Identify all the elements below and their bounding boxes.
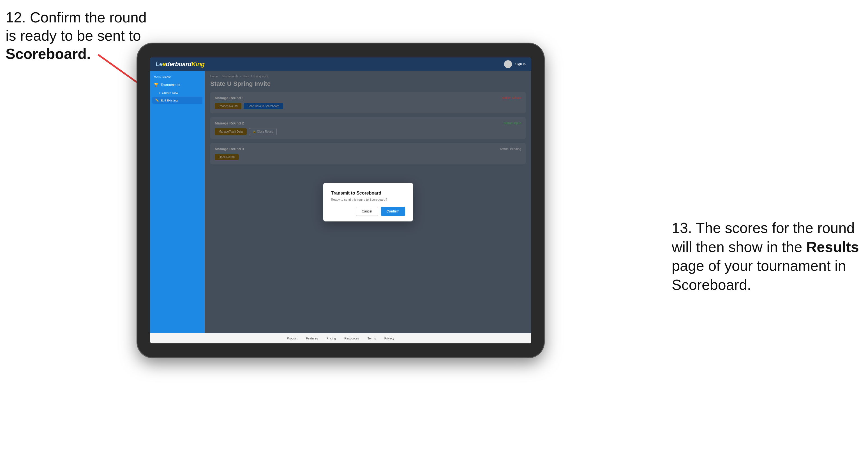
sidebar-item-edit-existing[interactable]: ✏️ Edit Existing — [152, 97, 203, 104]
instruction-line3-bold: Scoreboard. — [6, 46, 91, 62]
instruction-bottom-text: 13. The scores for the round will then s… — [672, 220, 859, 293]
navbar: LeaderboardKing Sign In — [150, 58, 531, 71]
sidebar-tournaments-label: Tournaments — [161, 83, 180, 87]
tablet-screen: LeaderboardKing Sign In MAIN MENU 🏆 Tour… — [150, 58, 531, 343]
footer-features-link[interactable]: Features — [306, 337, 318, 340]
sidebar-edit-existing-label: Edit Existing — [161, 99, 178, 102]
avatar — [504, 60, 512, 68]
footer-product-link[interactable]: Product — [287, 337, 298, 340]
plus-icon: + — [158, 91, 160, 94]
modal-actions: Cancel Confirm — [331, 207, 405, 216]
footer: Product Features Pricing Resources Terms… — [150, 333, 531, 343]
modal-overlay: Transmit to Scoreboard Ready to send thi… — [205, 71, 531, 333]
footer-privacy-link[interactable]: Privacy — [384, 337, 395, 340]
instruction-line2: is ready to be sent to — [6, 28, 141, 44]
instruction-top: 12. Confirm the round is ready to be sen… — [6, 8, 147, 63]
sidebar-section-label: MAIN MENU — [150, 75, 205, 81]
page-content: Home › Tournaments › State U Spring Invi… — [205, 71, 531, 333]
modal-confirm-button[interactable]: Confirm — [381, 207, 405, 216]
footer-pricing-link[interactable]: Pricing — [327, 337, 336, 340]
edit-icon: ✏️ — [155, 98, 159, 102]
tablet-device: LeaderboardKing Sign In MAIN MENU 🏆 Tour… — [137, 43, 544, 357]
logo: LeaderboardKing — [156, 61, 205, 68]
trophy-icon: 🏆 — [154, 83, 158, 87]
instruction-line1: 12. Confirm the round — [6, 9, 147, 26]
sidebar-item-tournaments[interactable]: 🏆 Tournaments — [150, 81, 205, 89]
signin-button[interactable]: Sign In — [515, 62, 526, 66]
modal-subtitle: Ready to send this round to Scoreboard? — [331, 198, 405, 201]
modal-title: Transmit to Scoreboard — [331, 191, 405, 196]
transmit-modal: Transmit to Scoreboard Ready to send thi… — [323, 183, 413, 221]
instruction-bottom: 13. The scores for the round will then s… — [672, 219, 862, 294]
sidebar-item-create-new[interactable]: + Create New — [150, 89, 205, 96]
footer-terms-link[interactable]: Terms — [368, 337, 376, 340]
sidebar: MAIN MENU 🏆 Tournaments + Create New ✏️ … — [150, 71, 205, 333]
modal-cancel-button[interactable]: Cancel — [356, 207, 378, 216]
sidebar-create-new-label: Create New — [162, 91, 178, 94]
footer-resources-link[interactable]: Resources — [344, 337, 359, 340]
navbar-right: Sign In — [504, 60, 526, 68]
main-content: MAIN MENU 🏆 Tournaments + Create New ✏️ … — [150, 71, 531, 333]
